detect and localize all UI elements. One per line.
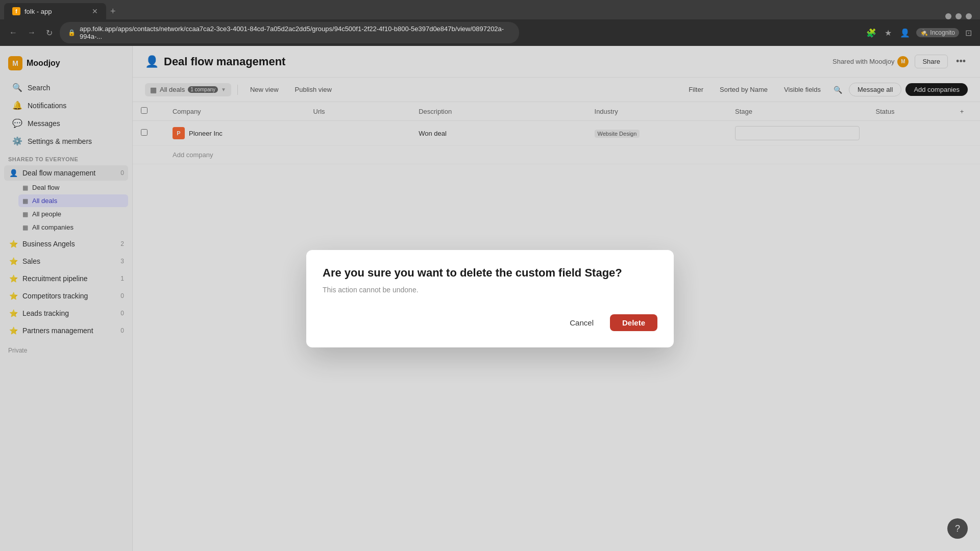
profile-button[interactable]: 👤 (898, 26, 912, 40)
extensions-button[interactable]: 🧩 (864, 26, 878, 40)
tab-favicon: f (12, 7, 20, 15)
cancel-button[interactable]: Cancel (559, 314, 604, 331)
new-tab-button[interactable]: + (106, 3, 120, 19)
modal-overlay[interactable]: Are you sure you want to delete the cust… (0, 46, 980, 551)
delete-confirmation-modal: Are you sure you want to delete the cust… (306, 250, 674, 347)
delete-button[interactable]: Delete (610, 314, 657, 331)
modal-actions: Cancel Delete (323, 314, 657, 331)
ssl-lock-icon: 🔒 (68, 29, 76, 36)
forward-button[interactable]: → (24, 26, 39, 39)
tab-close-button[interactable]: ✕ (92, 7, 98, 15)
active-tab[interactable]: f folk - app ✕ (4, 3, 106, 19)
bookmarks-bar-toggle[interactable]: ⊡ (963, 26, 974, 40)
incognito-icon: 🕵️ (920, 29, 928, 36)
tab-title: folk - app (24, 8, 88, 15)
browser-toolbar-right: 🧩 ★ 👤 🕵️ Incognito ⊡ (864, 26, 974, 40)
url-text: app.folk.app/apps/contacts/network/ccaa7… (80, 25, 511, 40)
bookmark-button[interactable]: ★ (883, 26, 894, 40)
address-bar[interactable]: 🔒 app.folk.app/apps/contacts/network/cca… (60, 22, 519, 43)
tab-bar: f folk - app ✕ + (0, 0, 980, 19)
modal-title: Are you sure you want to delete the cust… (323, 266, 657, 280)
maximize-button[interactable] (955, 13, 962, 19)
minimize-button[interactable] (945, 13, 951, 19)
browser-toolbar: ← → ↻ 🔒 app.folk.app/apps/contacts/netwo… (0, 19, 980, 46)
browser-chrome: f folk - app ✕ + ← → ↻ 🔒 app.folk.app/ap… (0, 0, 980, 46)
close-button[interactable] (966, 13, 972, 19)
reload-button[interactable]: ↻ (43, 26, 56, 40)
back-button[interactable]: ← (6, 26, 20, 39)
incognito-badge: 🕵️ Incognito (916, 28, 959, 37)
window-controls (945, 13, 976, 19)
modal-subtitle: This action cannot be undone. (323, 286, 657, 294)
